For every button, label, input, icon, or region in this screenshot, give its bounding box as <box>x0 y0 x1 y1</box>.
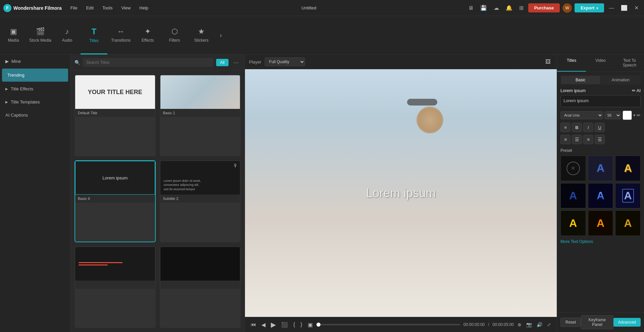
filter-button[interactable]: All <box>216 59 229 66</box>
lorem-overlay: Lorem ipsum <box>366 186 436 200</box>
preview-top-bar: Player Full Quality Half Quality Quarter… <box>245 55 557 69</box>
preset-blue-grad[interactable]: A <box>588 183 613 209</box>
stock-media-icon: 🎬 <box>36 27 45 36</box>
effects-icon: ✦ <box>145 27 151 36</box>
bell-icon[interactable]: 🔔 <box>504 3 514 12</box>
sidebar-item-title-effects[interactable]: ▶ Title Effects <box>0 82 70 95</box>
menu-help[interactable]: Help <box>136 4 152 12</box>
preset-blue-light[interactable]: A <box>615 183 641 209</box>
title-card-basic1[interactable]: Basic 1 <box>160 75 241 156</box>
preset-gold-shine[interactable]: A <box>615 210 641 236</box>
title-card-5[interactable] <box>75 246 156 328</box>
toolbar-stickers[interactable]: ★ Stickers <box>188 16 215 54</box>
preset-label: Preset <box>560 148 641 153</box>
quality-select[interactable]: Full Quality Half Quality Quarter Qualit… <box>265 57 305 66</box>
mark-in-button[interactable]: { <box>292 321 297 328</box>
avatar[interactable]: W <box>562 3 572 13</box>
search-input[interactable] <box>83 58 213 67</box>
volume-icon[interactable]: 🔊 <box>535 321 544 328</box>
toolbar-filters[interactable]: ⬡ Filters <box>161 16 188 54</box>
purchase-button[interactable]: Purchase <box>528 3 560 12</box>
preset-none[interactable]: ✕ <box>560 156 586 181</box>
card6-label <box>160 281 240 289</box>
toolbar: ▣ Media 🎬 Stock Media ♪ Audio T Titles ↔… <box>0 16 644 55</box>
fullscreen-icon[interactable]: ⤢ <box>545 321 553 328</box>
tab-titles[interactable]: Titles <box>557 55 586 72</box>
preset-yellow-fill[interactable]: A <box>560 210 586 236</box>
more-options-icon[interactable]: ⋯ <box>231 59 241 67</box>
preset-gold-3d[interactable]: A <box>615 156 641 181</box>
menu-file[interactable]: File <box>67 4 81 12</box>
camera-icon[interactable]: 📷 <box>525 321 534 328</box>
underline-button[interactable]: U <box>595 123 605 132</box>
subtab-basic[interactable]: Basic <box>561 76 600 84</box>
tab-video[interactable]: Video <box>586 55 615 72</box>
toolbar-stock-media[interactable]: 🎬 Stock Media <box>27 16 54 54</box>
toolbar-titles[interactable]: T Titles <box>81 16 107 54</box>
toolbar-audio[interactable]: ♪ Audio <box>54 16 81 54</box>
reset-button[interactable]: Reset <box>560 318 581 327</box>
subtab-animation[interactable]: Animation <box>601 76 640 84</box>
preset-orange-fill[interactable]: A <box>588 210 613 236</box>
progress-bar[interactable] <box>316 324 460 325</box>
align-center-button[interactable]: ☰ <box>572 135 582 144</box>
mark-out-button[interactable]: } <box>299 321 304 328</box>
menu-edit[interactable]: Edit <box>83 4 97 12</box>
preview-panel: Player Full Quality Half Quality Quarter… <box>245 55 557 332</box>
step-back-button[interactable]: ⏮ <box>249 321 258 328</box>
toolbar-transitions[interactable]: ↔ Transitions <box>107 16 134 54</box>
sidebar-item-mine[interactable]: ▶ Mine <box>0 55 70 68</box>
align-right-button[interactable]: ≡ <box>583 135 593 144</box>
menu-tools[interactable]: Tools <box>99 4 116 12</box>
save-icon[interactable]: 💾 <box>478 3 489 12</box>
default-title-thumb: YOUR TITLE HERE <box>75 75 155 109</box>
title-card-6[interactable] <box>160 246 241 328</box>
edit-icon[interactable]: ✏ AI <box>632 88 641 93</box>
menu-view[interactable]: View <box>118 4 134 12</box>
basic6-label: Basic 6 <box>75 195 155 203</box>
advanced-button[interactable]: Advanced <box>613 318 641 327</box>
monitor-icon[interactable]: 🖥 <box>466 4 476 12</box>
search-bar: 🔍 All ⋯ <box>70 55 245 71</box>
play-button[interactable]: ▶ <box>269 320 278 329</box>
export-button[interactable]: Export ▾ <box>575 3 604 12</box>
sidebar-item-trending[interactable]: Trending <box>2 69 68 82</box>
cloud-icon[interactable]: ☁ <box>492 3 501 12</box>
text-align-icon[interactable]: ≡ <box>560 123 571 132</box>
italic-button[interactable]: I <box>583 123 593 132</box>
pen-icon[interactable]: ✏ <box>637 113 641 118</box>
toolbar-more-button[interactable]: › <box>215 32 227 39</box>
keyframe-panel-button[interactable]: Keyframe Panel <box>581 315 613 329</box>
grid-icon[interactable]: ⊞ <box>517 3 526 12</box>
title-card-default[interactable]: YOUR TITLE HERE Default Title <box>75 75 156 156</box>
preset-blue-dark[interactable]: A <box>560 183 586 209</box>
transitions-icon: ↔ <box>117 27 125 36</box>
add-to-timeline-icon[interactable]: ⊕ <box>516 321 523 328</box>
maximize-button[interactable]: ⬜ <box>619 3 630 12</box>
toolbar-effects[interactable]: ✦ Effects <box>134 16 161 54</box>
trending-label: Trending <box>7 73 24 78</box>
more-text-options[interactable]: More Text Options <box>560 239 641 244</box>
font-size-select[interactable]: 56 <box>604 111 621 119</box>
text-input-box[interactable]: Lorem ipsum <box>560 95 641 107</box>
bold-button[interactable]: B <box>572 123 582 132</box>
tab-text-to-speech[interactable]: Text To Speech <box>615 55 644 72</box>
align-justify-button[interactable]: ☰ <box>595 135 605 144</box>
screenshot-icon[interactable]: 🖼 <box>543 57 553 66</box>
align-left-button[interactable]: ≡ <box>560 135 571 144</box>
color-arrow-icon[interactable]: ▾ <box>633 113 635 118</box>
preset-blue-outline[interactable]: A <box>588 156 613 181</box>
sidebar-item-title-templates[interactable]: ▶ Title Templates <box>0 95 70 109</box>
color-picker[interactable] <box>623 111 632 120</box>
sidebar-item-ai-captions[interactable]: AI Captions <box>0 109 70 122</box>
clip-button[interactable]: ▣ <box>306 321 314 329</box>
stop-button[interactable]: ⬛ <box>280 321 290 329</box>
toolbar-effects-label: Effects <box>142 38 154 43</box>
title-card-basic6[interactable]: Lorem ipsum Basic 6 <box>75 160 156 242</box>
toolbar-media[interactable]: ▣ Media <box>0 16 27 54</box>
font-select[interactable]: Arial Unic <box>560 111 603 119</box>
play-back-button[interactable]: ◀ <box>260 321 267 329</box>
title-card-subtitle2[interactable]: Lorem ipsum dolor sit amet,consectetur a… <box>160 160 241 242</box>
minimize-button[interactable]: — <box>607 4 616 12</box>
close-button[interactable]: ✕ <box>632 3 641 12</box>
